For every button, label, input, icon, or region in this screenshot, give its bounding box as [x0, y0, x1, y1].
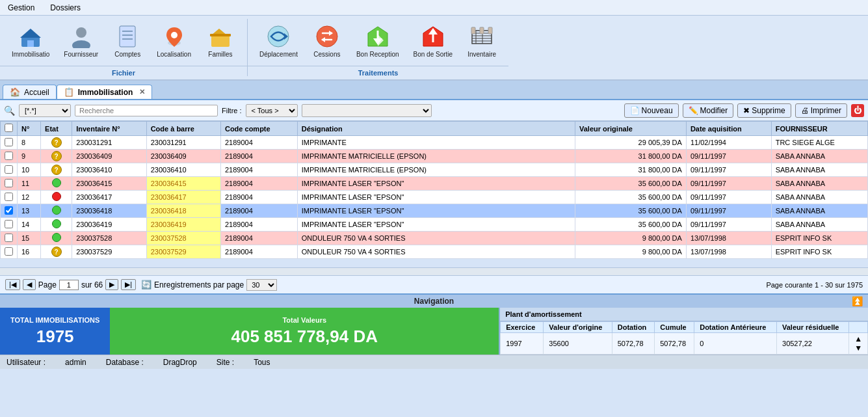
- tool-comptes[interactable]: Comptes: [109, 21, 146, 61]
- nouveau-icon: 📄: [630, 106, 640, 115]
- page-next-btn[interactable]: ▶: [105, 279, 118, 290]
- page-prev-btn[interactable]: ◀: [23, 279, 36, 290]
- row-checkbox[interactable]: [5, 206, 13, 215]
- row-checkbox[interactable]: [5, 220, 13, 228]
- tab-accueil[interactable]: 🏠 Accueil: [3, 85, 57, 99]
- tool-cessions[interactable]: Cessions: [308, 21, 346, 61]
- page-refresh-icon[interactable]: 🔄: [141, 280, 151, 289]
- table-row[interactable]: 9?2300364092300364092189004IMPRIMANTE MA…: [1, 150, 868, 163]
- row-n: 8: [18, 136, 41, 150]
- filter-select[interactable]: < Tous >: [246, 104, 298, 117]
- menu-bar: Gestion Dossiers: [0, 0, 868, 16]
- table-row[interactable]: 152300375282300375282189004ONDULEUR 750 …: [1, 232, 868, 245]
- tool-deplacement[interactable]: Déplacement: [256, 21, 302, 61]
- row-inventaire: 230036418: [72, 204, 146, 218]
- tool-localisation[interactable]: Localisation: [153, 21, 195, 61]
- amort-scroll-up[interactable]: ▲: [854, 334, 862, 343]
- row-designation: IMPRIMANTE MATRICIELLE (EPSON): [297, 163, 575, 177]
- col-inventaire: Inventaire N°: [72, 122, 146, 136]
- row-checkbox[interactable]: [5, 179, 13, 187]
- page-last-btn[interactable]: ▶|: [121, 279, 136, 290]
- imprimer-button[interactable]: 🖨 Imprimer: [795, 103, 847, 118]
- site-label: Site :: [217, 358, 234, 367]
- status-green-icon: [52, 178, 61, 187]
- page-input[interactable]: [59, 280, 79, 290]
- table-row[interactable]: 122300364172300364172189004IMPRIMANTE LA…: [1, 191, 868, 204]
- row-date: 13/07/1998: [686, 245, 771, 259]
- table-row[interactable]: 10?2300364102300364102189004IMPRIMANTE M…: [1, 163, 868, 177]
- search-input[interactable]: [75, 105, 218, 116]
- nouveau-button[interactable]: 📄 Nouveau: [624, 103, 679, 118]
- row-checkbox[interactable]: [5, 152, 13, 160]
- row-checkbox[interactable]: [5, 165, 13, 174]
- row-checkbox[interactable]: [5, 138, 13, 146]
- row-checkbox[interactable]: [5, 234, 13, 242]
- tool-bon-sortie[interactable]: Bon de Sortie: [410, 21, 457, 61]
- page-sur-label: sur 66: [81, 280, 103, 289]
- row-date: 13/07/1998: [686, 232, 771, 245]
- per-page-select[interactable]: 30 50 100: [246, 279, 277, 291]
- svg-rect-5: [120, 26, 135, 47]
- row-checkbox[interactable]: [5, 193, 13, 201]
- row-checkbox-cell: [1, 136, 18, 150]
- col-designation: Désignation: [297, 122, 575, 136]
- modifier-icon: ✏️: [689, 106, 698, 115]
- power-button[interactable]: ⏻: [851, 104, 864, 117]
- row-code-compte: 2189004: [220, 232, 297, 245]
- collapse-icon[interactable]: ⏫: [852, 296, 863, 306]
- row-code-compte: 2189004: [220, 136, 297, 150]
- row-inventaire: 230031291: [72, 136, 146, 150]
- tool-comptes-label: Comptes: [114, 51, 140, 58]
- row-code-barre: 230037529: [146, 245, 220, 259]
- page-first-btn[interactable]: |◀: [5, 279, 20, 290]
- row-checkbox[interactable]: [5, 247, 13, 256]
- table-row[interactable]: 112300364152300364152189004IMPRIMANTE LA…: [1, 177, 868, 191]
- row-designation: IMPRIMANTE LASER "EPSON": [297, 204, 575, 218]
- select-all-checkbox[interactable]: [5, 124, 13, 132]
- menu-dossiers[interactable]: Dossiers: [42, 1, 88, 14]
- row-n: 14: [18, 218, 41, 232]
- tool-fournisseur[interactable]: Fournisseur: [60, 21, 102, 61]
- table-row[interactable]: 8?2300312912300312912189004IMPRIMANTE29 …: [1, 136, 868, 150]
- table-row[interactable]: 16?2300375292300375292189004ONDULEUR 750…: [1, 245, 868, 259]
- row-valeur: 29 005,39 DA: [575, 136, 686, 150]
- table-row[interactable]: 132300364182300364182189004IMPRIMANTE LA…: [1, 204, 868, 218]
- horizontal-scrollbar[interactable]: [0, 267, 868, 275]
- amort-cell-cumule: 5072,78: [655, 333, 694, 355]
- row-code-barre: 230036418: [146, 204, 220, 218]
- modifier-button[interactable]: ✏️ Modifier: [683, 103, 734, 118]
- toolbar: Immobilisatio Fournisseur: [0, 16, 868, 81]
- tool-bon-sortie-label: Bon de Sortie: [414, 51, 453, 58]
- accueil-icon: 🏠: [10, 87, 20, 97]
- tool-bon-reception[interactable]: Bon Reception: [352, 21, 403, 61]
- search-pattern-select[interactable]: [*.*]: [19, 104, 71, 117]
- row-code-compte: 2189004: [220, 204, 297, 218]
- menu-gestion[interactable]: Gestion: [0, 1, 42, 14]
- row-fournisseur: SABA ANNABA: [771, 177, 867, 191]
- tool-familles[interactable]: Familles: [202, 21, 239, 61]
- traitements-label: Traitements: [248, 66, 508, 79]
- table-wrapper: N° Etat Inventaire N° Code à barre Code …: [0, 121, 868, 267]
- tab-immobilisation-close[interactable]: ✕: [139, 88, 145, 96]
- svg-rect-12: [210, 34, 231, 36]
- search-icon[interactable]: 🔍: [4, 105, 15, 116]
- svg-point-4: [72, 40, 90, 48]
- row-designation: IMPRIMANTE LASER "EPSON": [297, 191, 575, 204]
- comptes-icon: [115, 24, 140, 49]
- amort-scroll-down[interactable]: ▼: [854, 343, 862, 353]
- filter-extra-select[interactable]: [302, 104, 432, 117]
- page-label: Page: [38, 280, 57, 289]
- total-valeurs-box: Total Valeurs 405 851 778,94 DA: [110, 308, 499, 355]
- tab-immobilisation[interactable]: 📋 Immobilisation ✕: [57, 85, 153, 99]
- col-fournisseur: FOURNISSEUR: [771, 122, 867, 136]
- row-valeur: 31 800,00 DA: [575, 163, 686, 177]
- supprime-button[interactable]: ✖ Supprime: [737, 103, 791, 118]
- tool-inventaire[interactable]: Inventaire: [463, 21, 501, 61]
- row-inventaire: 230036415: [72, 177, 146, 191]
- amortissement-title: Plant d'amortissement: [500, 308, 868, 321]
- row-etat: [41, 218, 72, 232]
- table-row[interactable]: 142300364192300364192189004IMPRIMANTE LA…: [1, 218, 868, 232]
- row-designation: ONDULEUR 750 VA 4 SORTIES: [297, 245, 575, 259]
- tool-immobilisation[interactable]: Immobilisatio: [8, 21, 53, 61]
- svg-rect-34: [488, 27, 492, 34]
